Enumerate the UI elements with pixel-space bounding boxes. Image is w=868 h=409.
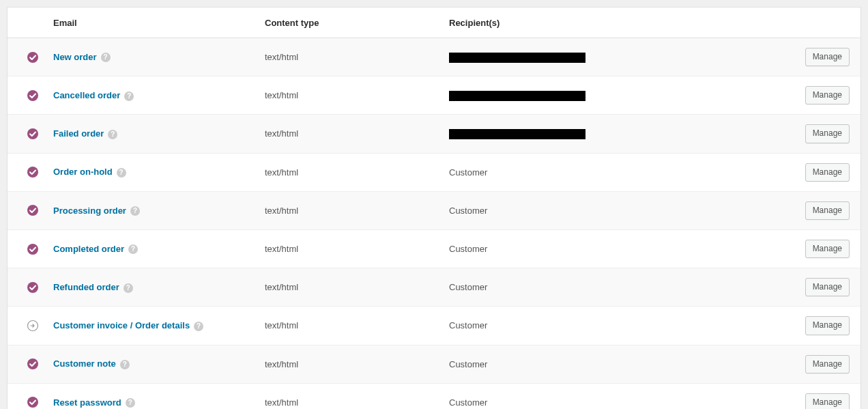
- status-enabled-icon[interactable]: [27, 128, 39, 140]
- manage-button[interactable]: Manage: [805, 48, 850, 66]
- recipient-cell: [441, 76, 797, 115]
- action-cell: Manage: [797, 153, 860, 191]
- help-icon[interactable]: ?: [130, 206, 140, 216]
- svg-point-0: [27, 52, 38, 63]
- manage-button[interactable]: Manage: [805, 240, 850, 258]
- content-type-cell: text/html: [257, 153, 441, 191]
- status-cell: [8, 229, 45, 268]
- action-cell: Manage: [797, 268, 860, 307]
- email-link[interactable]: Reset password: [53, 397, 121, 408]
- email-link[interactable]: Order on-hold: [53, 167, 113, 177]
- email-cell: Customer invoice / Order details?: [45, 307, 257, 345]
- content-type-cell: text/html: [257, 76, 441, 115]
- status-enabled-icon[interactable]: [27, 51, 39, 64]
- email-cell: Processing order?: [45, 191, 257, 229]
- email-notifications-table: Email Content type Recipient(s) New orde…: [8, 8, 860, 409]
- content-type-cell: text/html: [257, 383, 441, 409]
- manage-button[interactable]: Manage: [805, 201, 850, 220]
- email-cell: Refunded order?: [45, 268, 257, 307]
- content-type-cell: text/html: [257, 268, 441, 307]
- svg-point-3: [27, 167, 38, 178]
- email-link[interactable]: Customer note: [53, 358, 116, 369]
- table-row: Cancelled order?text/htmlManage: [8, 76, 860, 115]
- status-manual-icon[interactable]: [27, 320, 39, 332]
- manage-button[interactable]: Manage: [805, 86, 850, 104]
- manage-button[interactable]: Manage: [805, 163, 850, 182]
- table-row: Customer invoice / Order details?text/ht…: [8, 307, 860, 345]
- help-icon[interactable]: ?: [108, 130, 117, 139]
- help-icon[interactable]: ?: [126, 398, 135, 408]
- action-cell: Manage: [797, 38, 860, 76]
- manage-button[interactable]: Manage: [805, 278, 850, 296]
- status-enabled-icon[interactable]: [27, 166, 39, 178]
- recipient-cell: Customer: [441, 345, 797, 383]
- email-link[interactable]: Cancelled order: [53, 90, 120, 100]
- svg-point-8: [27, 358, 38, 369]
- email-link[interactable]: Failed order: [53, 128, 104, 139]
- status-enabled-icon[interactable]: [27, 204, 39, 216]
- action-cell: Manage: [797, 229, 860, 268]
- svg-point-5: [27, 244, 38, 255]
- email-cell: Completed order?: [45, 229, 257, 268]
- help-icon[interactable]: ?: [124, 283, 133, 293]
- status-cell: [8, 115, 45, 153]
- recipient-cell: [441, 115, 797, 153]
- table-row: Refunded order?text/htmlCustomerManage: [8, 268, 860, 307]
- help-icon[interactable]: ?: [101, 53, 111, 62]
- email-link[interactable]: New order: [53, 52, 97, 62]
- content-type-cell: text/html: [257, 115, 441, 153]
- email-link[interactable]: Refunded order: [53, 282, 119, 292]
- svg-point-6: [27, 282, 38, 293]
- action-cell: Manage: [797, 307, 860, 345]
- manage-button[interactable]: Manage: [805, 316, 850, 335]
- redacted-recipient: [449, 91, 585, 101]
- email-cell: Cancelled order?: [45, 76, 257, 115]
- svg-point-2: [27, 128, 38, 139]
- content-type-cell: text/html: [257, 345, 441, 383]
- help-icon[interactable]: ?: [124, 91, 134, 101]
- content-type-cell: text/html: [257, 191, 441, 229]
- status-enabled-icon[interactable]: [27, 243, 39, 255]
- content-type-cell: text/html: [257, 229, 441, 268]
- help-icon[interactable]: ?: [194, 322, 203, 331]
- status-enabled-icon[interactable]: [27, 281, 39, 294]
- table-row: Order on-hold?text/htmlCustomerManage: [8, 153, 860, 191]
- action-cell: Manage: [797, 191, 860, 229]
- email-link[interactable]: Processing order: [53, 206, 126, 216]
- status-cell: [8, 383, 45, 409]
- table-row: Completed order?text/htmlCustomerManage: [8, 229, 860, 268]
- status-enabled-icon[interactable]: [27, 358, 39, 370]
- header-email: Email: [45, 8, 257, 38]
- manage-button[interactable]: Manage: [805, 393, 850, 409]
- redacted-recipient: [449, 129, 585, 139]
- manage-button[interactable]: Manage: [805, 124, 850, 143]
- status-cell: [8, 307, 45, 345]
- help-icon[interactable]: ?: [120, 360, 130, 369]
- recipient-cell: Customer: [441, 268, 797, 307]
- manage-button[interactable]: Manage: [805, 355, 850, 373]
- table-row: Reset password?text/htmlCustomerManage: [8, 383, 860, 409]
- content-type-cell: text/html: [257, 38, 441, 76]
- status-cell: [8, 153, 45, 191]
- recipient-cell: Customer: [441, 307, 797, 345]
- email-link[interactable]: Completed order: [53, 244, 124, 254]
- email-cell: New order?: [45, 38, 257, 76]
- table-row: New order?text/htmlManage: [8, 38, 860, 76]
- email-cell: Failed order?: [45, 115, 257, 153]
- table-row: Customer note?text/htmlCustomerManage: [8, 345, 860, 383]
- status-cell: [8, 76, 45, 115]
- table-row: Processing order?text/htmlCustomerManage: [8, 191, 860, 229]
- email-cell: Reset password?: [45, 383, 257, 409]
- redacted-recipient: [449, 53, 585, 63]
- help-icon[interactable]: ?: [117, 168, 126, 178]
- header-content-type: Content type: [257, 8, 441, 38]
- action-cell: Manage: [797, 345, 860, 383]
- status-enabled-icon[interactable]: [27, 89, 39, 102]
- status-enabled-icon[interactable]: [27, 396, 39, 408]
- table-row: Failed order?text/htmlManage: [8, 115, 860, 153]
- recipient-cell: [441, 38, 797, 76]
- header-status: [8, 8, 45, 38]
- help-icon[interactable]: ?: [128, 244, 138, 254]
- email-link[interactable]: Customer invoice / Order details: [53, 320, 190, 330]
- recipient-cell: Customer: [441, 229, 797, 268]
